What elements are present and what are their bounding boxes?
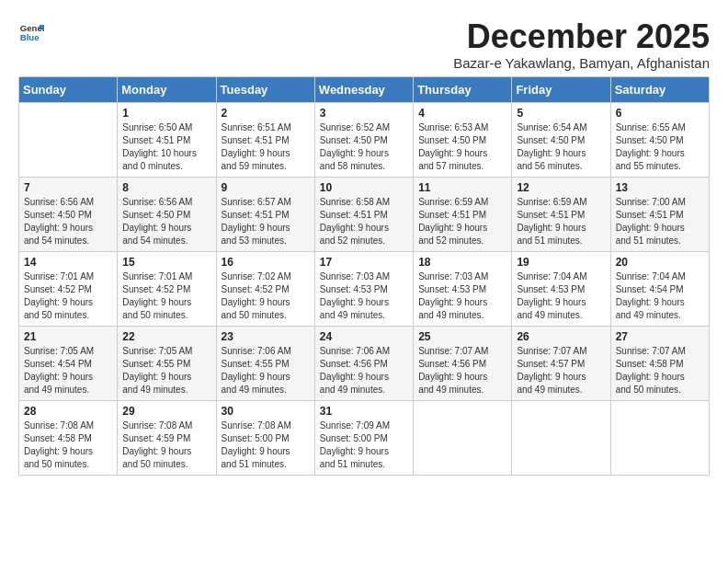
day-number: 17	[320, 256, 408, 269]
day-number: 5	[517, 107, 605, 120]
day-info: Sunrise: 6:58 AM Sunset: 4:51 PM Dayligh…	[320, 196, 408, 247]
calendar-week-3: 14Sunrise: 7:01 AM Sunset: 4:52 PM Dayli…	[19, 251, 710, 326]
day-number: 24	[320, 330, 408, 343]
day-info: Sunrise: 7:04 AM Sunset: 4:53 PM Dayligh…	[517, 270, 605, 322]
calendar-cell: 1Sunrise: 6:50 AM Sunset: 4:51 PM Daylig…	[118, 102, 216, 177]
header-thursday: Thursday	[414, 76, 512, 102]
calendar-cell: 16Sunrise: 7:02 AM Sunset: 4:52 PM Dayli…	[216, 251, 314, 326]
calendar-cell	[512, 400, 610, 475]
day-number: 14	[24, 256, 112, 269]
calendar-cell: 18Sunrise: 7:03 AM Sunset: 4:53 PM Dayli…	[414, 251, 512, 326]
calendar-cell: 26Sunrise: 7:07 AM Sunset: 4:57 PM Dayli…	[512, 326, 610, 400]
day-number: 1	[122, 107, 210, 120]
calendar-cell: 11Sunrise: 6:59 AM Sunset: 4:51 PM Dayli…	[414, 177, 512, 251]
month-title: December 2025	[453, 18, 710, 55]
day-info: Sunrise: 7:08 AM Sunset: 4:58 PM Dayligh…	[24, 419, 112, 471]
calendar-cell: 21Sunrise: 7:05 AM Sunset: 4:54 PM Dayli…	[19, 326, 118, 400]
header-friday: Friday	[512, 76, 610, 102]
calendar-cell: 19Sunrise: 7:04 AM Sunset: 4:53 PM Dayli…	[512, 251, 610, 326]
day-info: Sunrise: 7:01 AM Sunset: 4:52 PM Dayligh…	[122, 270, 210, 322]
day-number: 29	[122, 405, 210, 418]
calendar-cell: 25Sunrise: 7:07 AM Sunset: 4:56 PM Dayli…	[414, 326, 512, 400]
day-number: 10	[320, 181, 408, 194]
day-number: 31	[320, 405, 408, 418]
location-subtitle: Bazar-e Yakawlang, Bamyan, Afghanistan	[453, 55, 710, 71]
day-info: Sunrise: 6:56 AM Sunset: 4:50 PM Dayligh…	[122, 196, 210, 247]
calendar-cell: 13Sunrise: 7:00 AM Sunset: 4:51 PM Dayli…	[610, 177, 709, 251]
day-number: 7	[24, 181, 112, 194]
calendar-cell: 14Sunrise: 7:01 AM Sunset: 4:52 PM Dayli…	[19, 251, 118, 326]
header-monday: Monday	[118, 76, 216, 102]
day-number: 21	[24, 330, 112, 343]
day-info: Sunrise: 6:54 AM Sunset: 4:50 PM Dayligh…	[517, 121, 605, 173]
day-info: Sunrise: 7:06 AM Sunset: 4:55 PM Dayligh…	[222, 345, 310, 396]
header-tuesday: Tuesday	[216, 76, 314, 102]
day-info: Sunrise: 6:53 AM Sunset: 4:50 PM Dayligh…	[418, 121, 506, 173]
day-number: 11	[418, 181, 506, 194]
day-info: Sunrise: 7:02 AM Sunset: 4:52 PM Dayligh…	[222, 270, 310, 322]
day-number: 30	[222, 405, 310, 418]
day-number: 12	[517, 181, 605, 194]
calendar-cell: 6Sunrise: 6:55 AM Sunset: 4:50 PM Daylig…	[610, 102, 709, 177]
calendar-cell: 7Sunrise: 6:56 AM Sunset: 4:50 PM Daylig…	[19, 177, 118, 251]
header-saturday: Saturday	[610, 76, 709, 102]
calendar-cell	[414, 400, 512, 475]
calendar-cell: 27Sunrise: 7:07 AM Sunset: 4:58 PM Dayli…	[610, 326, 709, 400]
day-info: Sunrise: 7:08 AM Sunset: 4:59 PM Dayligh…	[122, 419, 210, 471]
day-info: Sunrise: 7:06 AM Sunset: 4:56 PM Dayligh…	[320, 345, 408, 396]
day-number: 4	[418, 107, 506, 120]
calendar-cell: 22Sunrise: 7:05 AM Sunset: 4:55 PM Dayli…	[118, 326, 216, 400]
calendar-cell: 31Sunrise: 7:09 AM Sunset: 5:00 PM Dayli…	[314, 400, 413, 475]
calendar-cell: 28Sunrise: 7:08 AM Sunset: 4:58 PM Dayli…	[19, 400, 118, 475]
calendar-cell: 4Sunrise: 6:53 AM Sunset: 4:50 PM Daylig…	[414, 102, 512, 177]
logo: General Blue	[18, 18, 46, 44]
calendar-cell: 24Sunrise: 7:06 AM Sunset: 4:56 PM Dayli…	[314, 326, 413, 400]
calendar-cell: 20Sunrise: 7:04 AM Sunset: 4:54 PM Dayli…	[610, 251, 709, 326]
calendar-cell: 12Sunrise: 6:59 AM Sunset: 4:51 PM Dayli…	[512, 177, 610, 251]
calendar-cell: 3Sunrise: 6:52 AM Sunset: 4:50 PM Daylig…	[314, 102, 413, 177]
day-number: 25	[418, 330, 506, 343]
logo-icon: General Blue	[18, 18, 44, 44]
title-block: December 2025 Bazar-e Yakawlang, Bamyan,…	[453, 18, 710, 71]
calendar-cell: 5Sunrise: 6:54 AM Sunset: 4:50 PM Daylig…	[512, 102, 610, 177]
calendar-cell: 15Sunrise: 7:01 AM Sunset: 4:52 PM Dayli…	[118, 251, 216, 326]
day-info: Sunrise: 6:50 AM Sunset: 4:51 PM Dayligh…	[122, 121, 210, 173]
day-info: Sunrise: 6:51 AM Sunset: 4:51 PM Dayligh…	[222, 121, 310, 173]
day-number: 3	[320, 107, 408, 120]
day-info: Sunrise: 7:07 AM Sunset: 4:56 PM Dayligh…	[418, 345, 506, 396]
day-number: 8	[122, 181, 210, 194]
page-header: General Blue December 2025 Bazar-e Yakaw…	[18, 18, 710, 71]
calendar-cell: 29Sunrise: 7:08 AM Sunset: 4:59 PM Dayli…	[118, 400, 216, 475]
day-number: 20	[616, 256, 704, 269]
day-number: 27	[616, 330, 704, 343]
day-number: 23	[222, 330, 310, 343]
header-wednesday: Wednesday	[314, 76, 413, 102]
day-info: Sunrise: 7:00 AM Sunset: 4:51 PM Dayligh…	[616, 196, 704, 247]
calendar-header-row: SundayMondayTuesdayWednesdayThursdayFrid…	[19, 76, 710, 102]
calendar-cell: 8Sunrise: 6:56 AM Sunset: 4:50 PM Daylig…	[118, 177, 216, 251]
day-info: Sunrise: 7:07 AM Sunset: 4:58 PM Dayligh…	[616, 345, 704, 396]
calendar-cell	[610, 400, 709, 475]
day-number: 16	[222, 256, 310, 269]
day-number: 19	[517, 256, 605, 269]
calendar-cell: 2Sunrise: 6:51 AM Sunset: 4:51 PM Daylig…	[216, 102, 314, 177]
day-number: 9	[222, 181, 310, 194]
day-number: 18	[418, 256, 506, 269]
day-info: Sunrise: 7:05 AM Sunset: 4:54 PM Dayligh…	[24, 345, 112, 396]
day-number: 13	[616, 181, 704, 194]
calendar-week-5: 28Sunrise: 7:08 AM Sunset: 4:58 PM Dayli…	[19, 400, 710, 475]
day-number: 2	[222, 107, 310, 120]
day-number: 22	[122, 330, 210, 343]
calendar-cell: 23Sunrise: 7:06 AM Sunset: 4:55 PM Dayli…	[216, 326, 314, 400]
day-info: Sunrise: 6:59 AM Sunset: 4:51 PM Dayligh…	[517, 196, 605, 247]
day-info: Sunrise: 6:55 AM Sunset: 4:50 PM Dayligh…	[616, 121, 704, 173]
calendar-week-1: 1Sunrise: 6:50 AM Sunset: 4:51 PM Daylig…	[19, 102, 710, 177]
calendar-cell: 10Sunrise: 6:58 AM Sunset: 4:51 PM Dayli…	[314, 177, 413, 251]
day-info: Sunrise: 7:04 AM Sunset: 4:54 PM Dayligh…	[616, 270, 704, 322]
day-info: Sunrise: 7:05 AM Sunset: 4:55 PM Dayligh…	[122, 345, 210, 396]
day-info: Sunrise: 7:01 AM Sunset: 4:52 PM Dayligh…	[24, 270, 112, 322]
header-sunday: Sunday	[19, 76, 118, 102]
day-number: 26	[517, 330, 605, 343]
calendar-cell: 9Sunrise: 6:57 AM Sunset: 4:51 PM Daylig…	[216, 177, 314, 251]
calendar-week-2: 7Sunrise: 6:56 AM Sunset: 4:50 PM Daylig…	[19, 177, 710, 251]
